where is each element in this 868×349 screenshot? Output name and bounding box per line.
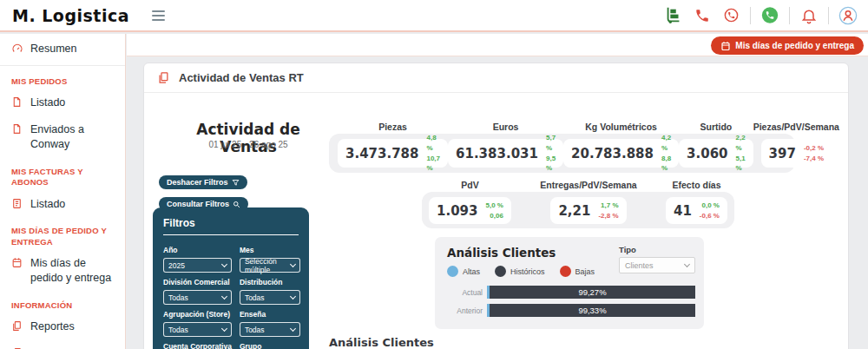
quick-button-label: Mis días de pedido y entrega bbox=[735, 41, 854, 50]
sidebar-section-facturas: MIS FACTURAS Y ABONOS bbox=[0, 158, 125, 191]
kpi-label: Efecto días bbox=[672, 180, 720, 191]
profile-icon[interactable] bbox=[838, 6, 858, 25]
kpi-euros: Euros 61.383.031 5,7 % 9,5 % bbox=[448, 122, 563, 168]
card-header: Actividad de Ventas RT bbox=[144, 63, 848, 93]
filter-select-agrupacion[interactable]: Todas bbox=[163, 322, 232, 337]
kpi-pdv: PdV 1.093 5,0 % 0,06 bbox=[429, 180, 511, 224]
analisis-legend: Altas Históricos Bajas bbox=[447, 266, 595, 277]
chevron-down-icon bbox=[221, 260, 227, 267]
kpi-row-2: PdV 1.093 5,0 % 0,06 Entregas/PdV/Semana… bbox=[422, 180, 734, 224]
file-icon bbox=[11, 96, 23, 108]
kpi-card: 397 -0,2 % -7,4 % bbox=[761, 139, 832, 168]
calendar-icon bbox=[11, 257, 23, 268]
sidebar: Resumen MIS PEDIDOS Listado Enviados a C… bbox=[0, 34, 126, 349]
sidebar-item-manuales[interactable]: Manuales operativos bbox=[0, 340, 125, 349]
bar-actual: 99,27% bbox=[487, 286, 695, 299]
kpi-pct-1: -0,2 % bbox=[804, 143, 824, 154]
kpi-surtido: Surtido 3.060 2,2 % 5,1 % bbox=[679, 122, 753, 168]
kpi-piezas: Piezas 3.473.788 4,8 % 10,7 % bbox=[338, 122, 448, 168]
filter-select-ano[interactable]: 2025 bbox=[163, 258, 232, 273]
bar-row-anterior: Anterior 99,33% bbox=[435, 304, 695, 317]
report-icon bbox=[157, 71, 170, 84]
filter-label-cuenta: Cuenta Corporativa bbox=[163, 342, 232, 349]
filters-panel: Filtros Año 2025 Mes Selección múltiple … bbox=[153, 207, 309, 349]
bar-value: 99,33% bbox=[578, 306, 606, 315]
card-body: Actividad de Ventas 01 jul 25 - 26 ago 2… bbox=[144, 93, 848, 349]
analisis-title: Análisis Clientes bbox=[447, 246, 556, 260]
bar-row-actual: Actual 99,27% bbox=[435, 286, 695, 299]
kpi-row-1: Piezas 3.473.788 4,8 % 10,7 % Euros 61.3… bbox=[329, 122, 795, 168]
sidebar-item-enviados-conway[interactable]: Enviados a Conway bbox=[0, 116, 125, 158]
kpi-label: Surtido bbox=[700, 122, 733, 133]
whatsapp-icon[interactable] bbox=[760, 6, 779, 25]
bar-anterior: 99,33% bbox=[487, 304, 695, 317]
kpi-card: 2,21 1,7 % -2,8 % bbox=[550, 197, 626, 224]
mis-dias-quick-button[interactable]: Mis días de pedido y entrega bbox=[711, 36, 864, 55]
app-logo: M. Logistica bbox=[12, 6, 129, 25]
kpi-pct-1: 1,7 % bbox=[601, 201, 618, 211]
sidebar-item-label: Mis días de pedido y entrega bbox=[30, 256, 118, 286]
bell-icon[interactable] bbox=[799, 6, 819, 25]
kpi-pct-1: 4,8 % bbox=[426, 133, 440, 153]
card-title: Actividad de Ventas RT bbox=[179, 71, 304, 84]
ventas-card: Actividad de Ventas RT Actividad de Vent… bbox=[143, 63, 849, 349]
deshacer-filtros-button[interactable]: Deshacer Filtros bbox=[159, 175, 247, 189]
kpi-card: 61.383.031 5,7 % 9,5 % bbox=[448, 139, 563, 168]
sidebar-item-reportes[interactable]: Reportes bbox=[0, 313, 125, 340]
kpi-card: 1.093 5,0 % 0,06 bbox=[429, 197, 511, 224]
kpi-pct-1: 0,0 % bbox=[702, 201, 720, 211]
whatsapp-outline-icon[interactable] bbox=[721, 6, 740, 25]
historicos-dot-icon bbox=[495, 266, 506, 277]
kpi-label: Piezas/PdV/Semana bbox=[753, 122, 839, 133]
kpi-card: 41 0,0 % -0,6 % bbox=[666, 197, 727, 224]
sidebar-item-resumen[interactable]: Resumen bbox=[0, 36, 125, 63]
legend-historicos: Históricos bbox=[495, 266, 545, 277]
select-value: Todas bbox=[245, 293, 265, 302]
kpi-label: Piezas bbox=[378, 122, 407, 133]
analisis-clientes-panel: Análisis Clientes Altas Históricos Bajas… bbox=[435, 237, 704, 329]
filter-label-mes: Mes bbox=[240, 246, 300, 254]
kpi-pct-2: -7,4 % bbox=[804, 154, 824, 164]
sidebar-item-mis-dias[interactable]: Mis días de pedido y entrega bbox=[0, 250, 125, 292]
legend-label: Bajas bbox=[575, 267, 595, 276]
filter-select-ensena[interactable]: Todas bbox=[240, 322, 300, 337]
bar-label: Anterior bbox=[435, 306, 487, 315]
cart-icon[interactable] bbox=[664, 6, 683, 25]
hamburger-icon[interactable] bbox=[152, 10, 165, 21]
kpi-value: 3.473.788 bbox=[345, 146, 418, 161]
sidebar-item-label: Reportes bbox=[30, 319, 75, 334]
kpi-pct-2: 9,5 % bbox=[546, 154, 556, 174]
topbar: M. Logistica bbox=[0, 0, 868, 32]
sidebar-item-listado-pedidos[interactable]: Listado bbox=[0, 89, 125, 116]
chevron-down-icon bbox=[290, 293, 296, 299]
select-value: 2025 bbox=[168, 261, 185, 270]
ventas-date-range: 01 jul 25 - 26 ago 25 bbox=[170, 140, 326, 149]
select-value: Todas bbox=[245, 326, 265, 334]
topbar-actions bbox=[664, 6, 858, 25]
invoice-icon bbox=[11, 198, 23, 209]
chevron-down-icon bbox=[290, 260, 296, 267]
report-icon bbox=[11, 320, 23, 332]
filter-icon bbox=[232, 179, 240, 187]
kpi-pct-1: 5,7 % bbox=[546, 133, 556, 153]
filter-label-distribucion: Distribución bbox=[240, 278, 300, 286]
select-value: Todas bbox=[168, 326, 188, 334]
kpi-value: 3.060 bbox=[687, 146, 727, 161]
filter-select-distribucion[interactable]: Todas bbox=[240, 290, 300, 305]
kpi-label: Entregas/PdV/Semana bbox=[540, 180, 636, 191]
kpi-kg-volumetricos: Kg Volumétricos 20.783.888 4,2 % 8,8 % bbox=[563, 122, 679, 168]
phone-icon[interactable] bbox=[693, 6, 712, 25]
divider bbox=[0, 65, 125, 66]
kpi-piezas-pdv-semana: Piezas/PdV/Semana 397 -0,2 % -7,4 % bbox=[753, 122, 839, 168]
sidebar-item-listado-facturas[interactable]: Listado bbox=[0, 191, 125, 218]
filter-select-mes[interactable]: Selección múltiple bbox=[240, 258, 300, 273]
tipo-select[interactable]: Clientes bbox=[619, 257, 695, 273]
kpi-label: Euros bbox=[493, 122, 519, 133]
filter-select-division[interactable]: Todas bbox=[163, 290, 232, 305]
kpi-pct-2: 5,1 % bbox=[736, 154, 746, 174]
filter-label-grupo: Grupo bbox=[240, 342, 300, 349]
sidebar-section-informacion: INFORMACIÓN bbox=[0, 292, 125, 313]
filter-label-agrupacion: Agrupación (Store) bbox=[163, 310, 232, 319]
divider bbox=[750, 7, 751, 24]
sidebar-item-label: Listado bbox=[30, 197, 65, 212]
